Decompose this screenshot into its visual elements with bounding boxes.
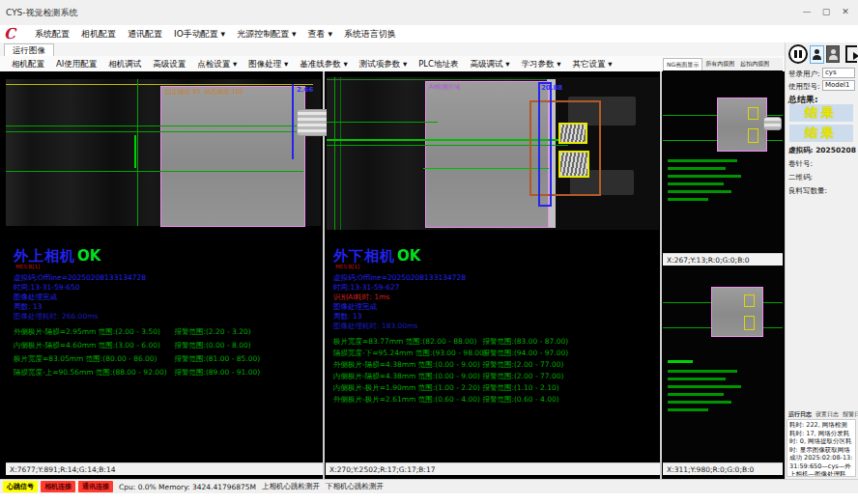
info-line: 图像处理耗时: 183.00ms xyxy=(333,322,466,331)
roi-yellow-rect xyxy=(558,151,589,178)
mini-text-line xyxy=(668,182,724,185)
small-view-2[interactable] xyxy=(663,266,783,462)
roi-yellow-rect xyxy=(748,128,758,143)
menu-item[interactable]: 通讯配置 xyxy=(122,25,168,42)
app-window: CYS-视觉检测系统 — ▢ ✕ C 系统配置相机配置通讯配置IO手动配置 ▾光… xyxy=(0,0,858,504)
toolbar-item[interactable]: 基准线参数 ▾ xyxy=(294,56,353,71)
toolbar-item[interactable]: 高级设置 xyxy=(147,56,191,71)
measurement-row: 外侧极片-隔膜=2.95mm 范围:(2.00 - 3.50) 报警范围:(2.… xyxy=(14,325,260,339)
menu-item[interactable]: 系统配置 xyxy=(29,25,75,42)
result-box-2: 结果 xyxy=(789,125,853,142)
right-measurements: 极片宽度=83.77mm 范围:(82.00 - 88.00) 报警范围:(83… xyxy=(333,336,568,406)
baseline-yellow-line xyxy=(6,84,313,85)
menu-item[interactable]: 光源控制配置 ▾ xyxy=(231,25,301,42)
info-line: 时间:13-31-59-650 xyxy=(14,283,146,293)
result-ok: OK xyxy=(77,247,100,265)
alarm-range: 报警范围:(2.20 - 3.20) xyxy=(174,327,250,336)
alarm-range: 报警范围:(83.00 - 87.00) xyxy=(482,337,568,346)
toolbar-item[interactable]: 相机配置 xyxy=(6,56,50,71)
app-logo-icon: C xyxy=(4,26,23,42)
model-label: 使用型号: xyxy=(788,82,820,92)
person-icon xyxy=(831,49,836,54)
log-tab[interactable]: 报警日志 xyxy=(841,409,858,419)
alarm-range: 报警范围:(2.00 - 77.00) xyxy=(482,360,563,369)
tab-run-image[interactable]: 运行图像 xyxy=(4,43,54,57)
measurement-label: 隔膜宽度-下=95.24mm 范围:(93.00 - 98.00) xyxy=(333,348,480,359)
menu-item[interactable]: 系统语言切换 xyxy=(338,25,402,42)
alarm-range: 报警范围:(94.00 - 97.00) xyxy=(482,349,568,357)
right-camera-image[interactable]: AI检测区域 20.88 xyxy=(327,77,659,230)
pause-button[interactable] xyxy=(788,44,808,64)
small-view-tab[interactable]: 起拍内膜图 xyxy=(737,58,772,70)
result-box-1: 结果 xyxy=(789,104,853,122)
panel-divider xyxy=(660,71,662,479)
log-text[interactable]: 耗时: 222, 网络检测耗时: 17, 网络分发耗时: 0, 网络提取分区耗时… xyxy=(786,419,856,477)
small-view-tab[interactable]: 所有内膜图 xyxy=(702,58,737,70)
measurement-row: 隔膜宽度-下=95.24mm 范围:(93.00 - 98.00) 报警范围:(… xyxy=(333,348,568,359)
minimize-button[interactable]: — xyxy=(800,5,814,18)
cell-region xyxy=(717,98,767,152)
ai-region-label: AI检测区域 xyxy=(429,83,460,92)
small-view-1-coords: X:267;Y:13;R:0;G:0;B:0 xyxy=(663,253,783,266)
info-line: 虚拟码:Offline=20250208133134728 xyxy=(14,273,146,283)
blue-measure-value: 20.88 xyxy=(541,84,562,92)
small-view-1[interactable] xyxy=(663,70,783,253)
maximize-button[interactable]: ▢ xyxy=(819,5,833,18)
side-panel-buttons xyxy=(788,43,858,65)
small-view-tab[interactable]: NG画面显示 xyxy=(663,58,702,70)
upper-camera-heartbeat-text: 上相机心跳检测开 xyxy=(262,482,320,491)
toolbar-item[interactable]: 测试项参数 ▾ xyxy=(354,56,413,71)
measurement-row: 内侧极片-隔膜=4.38mm 范围:(0.00 - 9.00) 报警范围:(2.… xyxy=(333,371,568,382)
menu-item[interactable]: 查看 ▾ xyxy=(302,25,338,42)
login-user-field[interactable]: cys xyxy=(822,68,855,78)
measurement-row: 外侧极片-隔膜=4.38mm 范围:(0.00 - 9.00) 报警范围:(2.… xyxy=(333,359,568,371)
left-camera-image[interactable]: 2.66 固定阈值:93, 动态阈值:100 xyxy=(6,79,321,226)
toolbar-item[interactable]: 高级调试 ▾ xyxy=(465,56,516,71)
measurement-row: 极片宽度=83.05mm 范围:(80.00 - 86.00) 报警范围:(81… xyxy=(14,352,260,366)
alarm-range: 报警范围:(81.00 - 85.00) xyxy=(174,354,260,363)
status-badge: 通讯连接 xyxy=(78,481,113,492)
toolbar-item[interactable]: 相机调试 xyxy=(102,56,147,71)
info-line: 识别AI耗时: 1ms xyxy=(333,293,466,302)
left-mes-tag: MES:B[1] xyxy=(15,264,40,269)
measurement-label: 内侧极片-隔膜=4.38mm 范围:(0.00 - 9.00) xyxy=(333,371,480,382)
info-line: 周数: 13 xyxy=(14,302,146,312)
status-badge: 相机连接 xyxy=(41,481,75,492)
right-info-lines: 虚拟码:Offline=20250208133134728时间:13-31-59… xyxy=(333,273,466,331)
mini-text-line xyxy=(668,159,737,162)
user-switch-button[interactable] xyxy=(826,45,840,63)
model-field[interactable]: Model1 xyxy=(822,80,855,91)
toolbar-item[interactable]: AI使用配置 xyxy=(50,56,102,71)
mini-text-line xyxy=(668,378,726,380)
close-button[interactable]: ✕ xyxy=(839,5,852,18)
alarm-range: 报警范围:(0.60 - 4.00) xyxy=(482,395,558,404)
menu-item[interactable]: 相机配置 xyxy=(75,25,122,42)
alarm-range: 报警范围:(2.00 - 77.00) xyxy=(482,372,563,380)
log-tab[interactable]: 设置日志 xyxy=(814,409,841,419)
measurement-row: 隔膜宽度-上=90.56mm 范围:(88.00 - 92.00) 报警范围:(… xyxy=(14,366,260,379)
cell-region xyxy=(711,287,763,337)
measure-blue-line xyxy=(292,84,294,159)
log-tab[interactable]: 运行日志 xyxy=(786,409,814,419)
roi-yellow-rect xyxy=(748,107,758,120)
left-coords-bar: X:7677;Y:891;R:14;G:14;B:14 xyxy=(6,462,323,475)
right-coords-bar: X:270;Y:2502;R:17;G:17;B:17 xyxy=(326,462,660,475)
measure-green-line xyxy=(6,131,321,132)
left-measurements: 外侧极片-隔膜=2.95mm 范围:(2.00 - 3.50) 报警范围:(2.… xyxy=(14,325,260,379)
toolbar-item[interactable]: 图像处理 ▾ xyxy=(243,56,294,71)
title-bar: CYS-视觉检测系统 — ▢ ✕ xyxy=(0,0,858,26)
exit-button[interactable] xyxy=(842,44,858,64)
menu-item[interactable]: IO手动配置 ▾ xyxy=(168,25,231,42)
user-login-button[interactable] xyxy=(810,45,824,64)
needle-number-label: 卷针号: xyxy=(788,159,813,169)
toolbar-item[interactable]: PLC地址表 xyxy=(413,56,464,71)
toolbar-item[interactable]: 其它设置 ▾ xyxy=(566,56,617,71)
measurement-label: 隔膜宽度-上=90.56mm 范围:(88.00 - 92.00) xyxy=(14,366,172,379)
blue-measure-value: 2.66 xyxy=(297,86,313,94)
measurement-label: 极片宽度=83.05mm 范围:(80.00 - 86.00) xyxy=(14,352,172,366)
toolbar-item[interactable]: 点检设置 ▾ xyxy=(191,56,243,71)
measure-green-line xyxy=(327,122,438,123)
toolbar-item[interactable]: 学习参数 ▾ xyxy=(515,56,566,71)
virtual-code-value: 20250208 xyxy=(815,146,856,154)
measurement-label: 外侧极片-极片=2.61mm 范围:(0.60 - 4.00) xyxy=(333,394,480,406)
